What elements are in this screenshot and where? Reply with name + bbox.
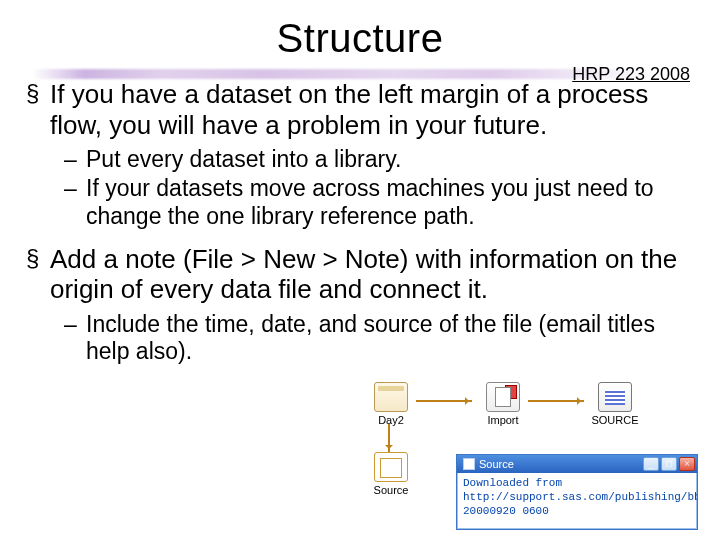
process-flow-graphic: Day2 Import SOURCE Source Source xyxy=(358,382,698,532)
slide: Structure HRP 223 2008 If you have a dat… xyxy=(0,0,720,540)
note-body-line: http://support.sas.com/publishing/bbu/61… xyxy=(463,491,691,505)
note-window-titlebar: Source _ □ × xyxy=(457,455,697,473)
output-table-node: SOURCE xyxy=(586,382,644,426)
note-icon xyxy=(374,452,408,482)
bullet-item: Add a note (File > New > Note) with info… xyxy=(26,244,694,366)
slide-title: Structure xyxy=(24,16,696,61)
note-body-line: Downloaded from xyxy=(463,477,691,491)
minimize-button[interactable]: _ xyxy=(643,457,659,471)
code-run-icon xyxy=(486,382,520,412)
flow-arrow-down xyxy=(388,424,390,452)
sub-bullet-item: Put every dataset into a library. xyxy=(64,146,694,173)
node-label: Source xyxy=(362,484,420,496)
note-window: Source _ □ × Downloaded from http://supp… xyxy=(456,454,698,530)
sub-bullet-item: If your datasets move across machines yo… xyxy=(64,175,694,229)
dataset-icon xyxy=(374,382,408,412)
process-flow-canvas: Day2 Import SOURCE Source xyxy=(358,382,698,460)
sub-bullet-text: If your datasets move across machines yo… xyxy=(86,175,654,228)
node-label: SOURCE xyxy=(586,414,644,426)
node-label: Import xyxy=(474,414,532,426)
import-task-node: Import xyxy=(474,382,532,426)
flow-arrow xyxy=(416,400,472,402)
sub-bullet-text: Include the time, date, and source of th… xyxy=(86,311,655,364)
note-window-title: Source xyxy=(479,458,514,470)
flow-arrow xyxy=(528,400,584,402)
sub-bullet-list: Include the time, date, and source of th… xyxy=(64,311,694,365)
dataset-node: Day2 xyxy=(362,382,420,426)
bullet-item: If you have a dataset on the left margin… xyxy=(26,79,694,230)
window-icon xyxy=(463,458,475,470)
bullet-text: If you have a dataset on the left margin… xyxy=(50,79,648,140)
maximize-button[interactable]: □ xyxy=(661,457,677,471)
note-window-body: Downloaded from http://support.sas.com/p… xyxy=(457,473,697,522)
bullet-list: If you have a dataset on the left margin… xyxy=(26,79,694,365)
sub-bullet-list: Put every dataset into a library. If you… xyxy=(64,146,694,229)
node-label: Day2 xyxy=(362,414,420,426)
sub-bullet-item: Include the time, date, and source of th… xyxy=(64,311,694,365)
close-button[interactable]: × xyxy=(679,457,695,471)
note-node: Source xyxy=(362,452,420,496)
sub-bullet-text: Put every dataset into a library. xyxy=(86,146,401,172)
table-grid-icon xyxy=(598,382,632,412)
note-body-line: 20000920 0600 xyxy=(463,505,691,519)
bullet-text: Add a note (File > New > Note) with info… xyxy=(50,244,677,305)
